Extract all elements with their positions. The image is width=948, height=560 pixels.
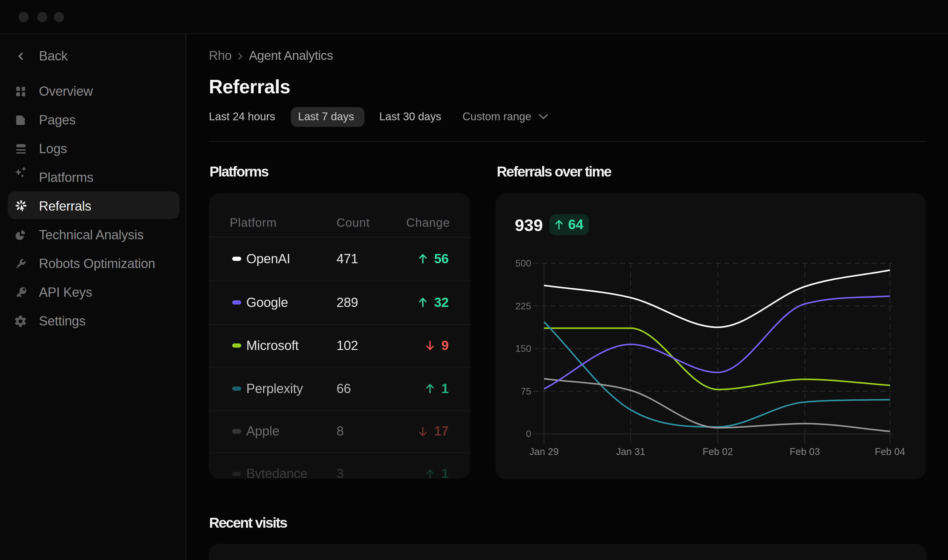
svg-text:75: 75: [521, 386, 531, 397]
svg-text:Jan 31: Jan 31: [616, 446, 645, 457]
svg-text:Jan 29: Jan 29: [529, 446, 559, 457]
svg-text:500: 500: [515, 258, 531, 269]
svg-text:Feb 02: Feb 02: [703, 446, 733, 457]
svg-text:150: 150: [515, 343, 531, 354]
svg-text:225: 225: [515, 301, 531, 311]
svg-text:Feb 03: Feb 03: [790, 446, 820, 457]
svg-text:Feb 04: Feb 04: [875, 446, 905, 457]
svg-text:0: 0: [526, 428, 531, 439]
